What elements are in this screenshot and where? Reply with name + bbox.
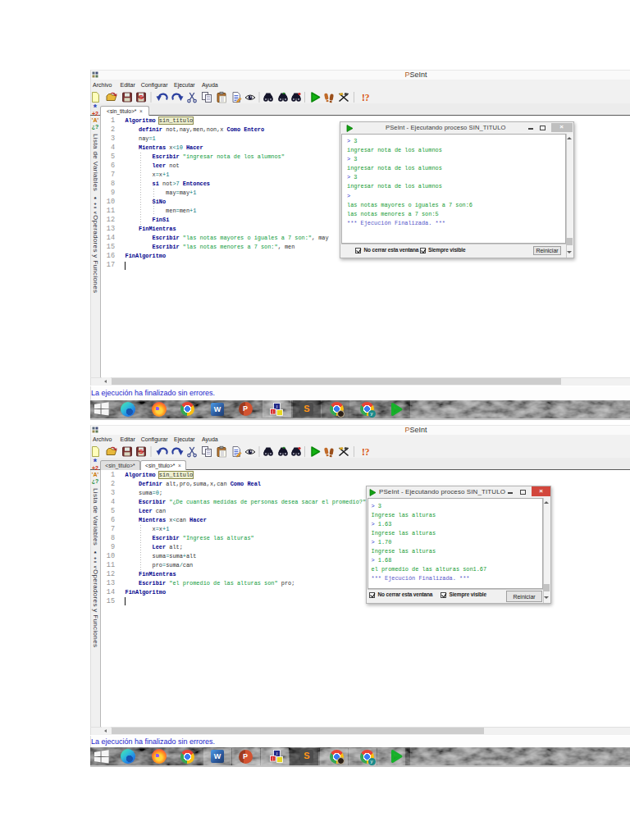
- svg-text:S: S: [139, 448, 144, 455]
- svg-text:S: S: [139, 94, 144, 101]
- svg-text:I: I: [272, 409, 273, 414]
- svg-text:!?: !?: [362, 447, 370, 457]
- svg-text:I: I: [272, 756, 273, 761]
- svg-text:!?: !?: [362, 93, 370, 103]
